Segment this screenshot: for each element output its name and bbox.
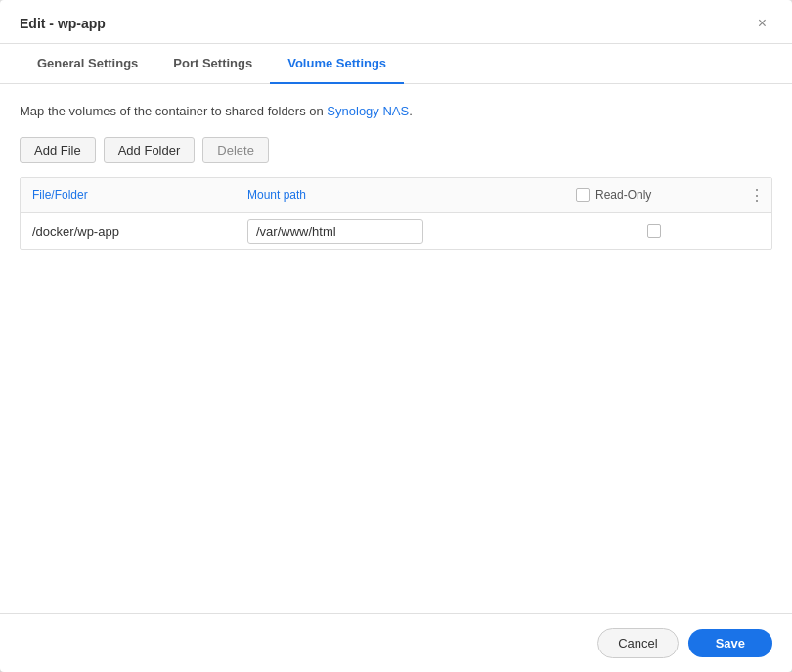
col-header-file-folder: File/Folder [21,188,236,202]
close-button[interactable]: × [752,14,772,33]
read-only-checkbox[interactable] [647,224,661,238]
read-only-header-checkbox[interactable] [576,188,590,202]
col-header-mount-path: Mount path [236,188,566,202]
tab-port-settings[interactable]: Port Settings [155,44,270,84]
save-button[interactable]: Save [688,629,772,657]
volume-table: File/Folder Mount path Read-Only ⋮ /dock… [20,177,772,250]
column-options-icon[interactable]: ⋮ [749,187,765,203]
tab-bar: General Settings Port Settings Volume Se… [0,44,792,84]
tab-general-settings[interactable]: General Settings [20,44,155,84]
tab-volume-settings[interactable]: Volume Settings [270,44,404,84]
delete-button[interactable]: Delete [202,137,269,163]
dialog-title: Edit - wp-app [20,16,106,31]
table-header: File/Folder Mount path Read-Only ⋮ [21,178,771,213]
add-folder-button[interactable]: Add Folder [104,137,196,163]
edit-dialog: Edit - wp-app × General Settings Port Se… [0,0,792,672]
col-header-actions: ⋮ [742,186,771,204]
description-text: Map the volumes of the container to shar… [20,102,772,121]
toolbar: Add File Add Folder Delete [20,137,772,163]
table-row: /docker/wp-app [21,213,771,249]
dialog-footer: Cancel Save [0,613,792,672]
cell-file-folder: /docker/wp-app [21,224,236,239]
dialog-body: Map the volumes of the container to shar… [0,84,792,613]
add-file-button[interactable]: Add File [20,137,96,163]
cell-read-only [566,224,742,238]
col-header-read-only: Read-Only [566,188,742,202]
cancel-button[interactable]: Cancel [597,628,678,658]
cell-mount-path [236,219,566,244]
mount-path-input[interactable] [247,219,423,244]
dialog-header: Edit - wp-app × [0,0,792,44]
